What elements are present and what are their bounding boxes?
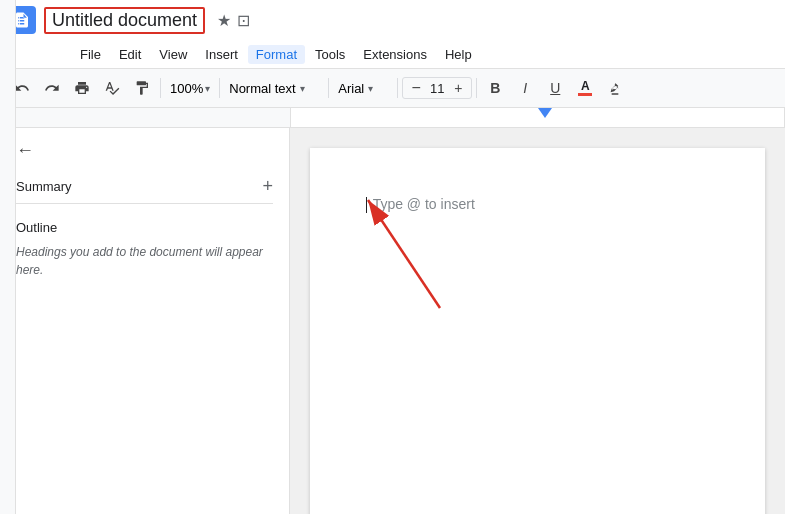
outline-section: Outline Headings you add to the document… [16,220,273,279]
outline-title: Outline [16,220,273,235]
font-select[interactable]: Arial ▾ [333,78,393,99]
font-value: Arial [338,81,364,96]
style-select[interactable]: Normal text ▾ [224,78,324,99]
italic-button[interactable]: I [511,74,539,102]
text-cursor [366,197,367,213]
document-page[interactable]: Type @ to insert [310,148,765,514]
menu-insert[interactable]: Insert [197,45,246,64]
ruler-inner [290,108,785,127]
zoom-dropdown-icon: ▾ [205,83,210,94]
divider-5 [476,78,477,98]
document-area: Type @ to insert [290,128,785,514]
menu-extensions[interactable]: Extensions [355,45,435,64]
underline-button[interactable]: U [541,74,569,102]
menu-help[interactable]: Help [437,45,480,64]
typing-hint: Type @ to insert [373,196,475,212]
menu-view[interactable]: View [151,45,195,64]
main-area: ← Summary + Outline Headings you add to … [0,128,785,514]
zoom-value: 100% [170,81,203,96]
bold-button[interactable]: B [481,74,509,102]
font-dropdown-icon: ▾ [368,83,373,94]
style-dropdown-icon: ▾ [300,83,305,94]
ruler [0,108,785,128]
summary-header: Summary + [16,177,273,204]
star-icon[interactable]: ★ [217,11,231,30]
summary-add-button[interactable]: + [262,177,273,195]
menu-file[interactable]: File [72,45,109,64]
divider-2 [219,78,220,98]
menu-bar: File Edit View Insert Format Tools Exten… [0,40,785,68]
style-value: Normal text [229,81,295,96]
sidebar: ← Summary + Outline Headings you add to … [0,128,290,514]
divider-4 [397,78,398,98]
divider-3 [328,78,329,98]
font-color-button[interactable]: A [571,74,599,102]
menu-edit[interactable]: Edit [111,45,149,64]
ruler-tab-marker [538,108,552,118]
spellcheck-button[interactable] [98,74,126,102]
summary-title: Summary [16,179,72,194]
summary-section: Summary + [16,177,273,204]
toolbar: 100% ▾ Normal text ▾ Arial ▾ − 11 + B I … [0,68,785,108]
paint-format-button[interactable] [128,74,156,102]
redo-button[interactable] [38,74,66,102]
title-bar: Untitled document ★ ⊡ [0,0,785,40]
page-margin [0,0,16,514]
increase-font-size-button[interactable]: + [449,79,467,97]
highlight-button[interactable] [601,74,629,102]
font-color-letter: A [581,80,590,92]
title-icons: ★ ⊡ [217,11,250,30]
font-color-indicator [578,93,592,96]
divider-1 [160,78,161,98]
font-size-value[interactable]: 11 [427,81,447,96]
font-size-control: − 11 + [402,77,472,99]
menu-format[interactable]: Format [248,45,305,64]
zoom-select[interactable]: 100% ▾ [165,78,215,99]
decrease-font-size-button[interactable]: − [407,79,425,97]
menu-tools[interactable]: Tools [307,45,353,64]
outline-hint: Headings you add to the document will ap… [16,243,273,279]
folder-icon[interactable]: ⊡ [237,11,250,30]
document-title[interactable]: Untitled document [44,7,205,34]
svg-line-1 [368,200,440,308]
sidebar-back-button[interactable]: ← [16,140,34,161]
print-button[interactable] [68,74,96,102]
